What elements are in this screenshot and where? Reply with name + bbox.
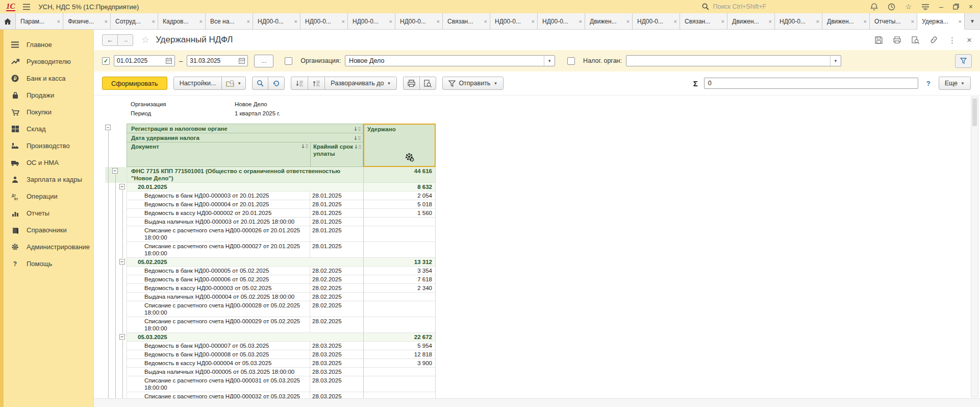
tab-15[interactable]: Движен... ×: [727, 13, 775, 29]
sidebar-item-prodazhi[interactable]: Продажи: [0, 87, 93, 104]
tab-close-icon[interactable]: ×: [105, 18, 108, 25]
tab-close-icon[interactable]: ×: [959, 18, 962, 25]
cell-withheld[interactable]: [363, 218, 436, 226]
cell-deadline[interactable]: 28.01.2025: [310, 242, 363, 258]
report-row[interactable]: Выдача наличных НД00-000003 от 20.01.202…: [105, 218, 436, 226]
cell-withheld[interactable]: 12 818: [363, 350, 436, 359]
tab-16[interactable]: НД00-0... ×: [775, 13, 822, 29]
group-total[interactable]: 13 312: [363, 258, 436, 267]
report-row[interactable]: Ведомость в банк НД00-000005 от 05.02.20…: [105, 267, 436, 275]
cell-deadline[interactable]: 28.02.2025: [310, 317, 363, 333]
tab-close-icon[interactable]: ×: [247, 18, 250, 25]
cell-document[interactable]: Ведомость в банк НД00-000007 от 05.03.20…: [127, 342, 310, 350]
expand-rows-button[interactable]: [308, 77, 325, 90]
report-row[interactable]: Списание с расчетного счета НД00-000027 …: [105, 242, 436, 258]
sidebar-item-zarplata-i-kadry[interactable]: Зарплата и кадры: [0, 171, 93, 188]
header-withhold-date[interactable]: Дата удержания налога: [127, 133, 363, 142]
report-row[interactable]: Ведомость в банк НД00-000008 от 05.03.20…: [105, 350, 436, 359]
cell-withheld[interactable]: 5 018: [363, 200, 436, 209]
tab-12[interactable]: Движен... ×: [585, 13, 633, 29]
forward-button[interactable]: →: [117, 34, 133, 46]
report-row[interactable]: Списание с расчетного счета НД00-000029 …: [105, 317, 436, 333]
cell-deadline[interactable]: 28.03.2025: [310, 376, 363, 392]
report-row[interactable]: Ведомость в банк НД00-000007 от 05.03.20…: [105, 342, 436, 350]
report-group-date-1[interactable]: − 05.02.2025 13 312: [105, 258, 436, 267]
sidebar-item-spravochniki[interactable]: Справочники: [0, 222, 93, 238]
date-from-input[interactable]: 01.01.2025: [114, 55, 175, 66]
tab-1[interactable]: Физиче... ×: [63, 13, 111, 29]
cell-withheld[interactable]: [363, 242, 436, 258]
tab-6[interactable]: НД00-0... ×: [300, 13, 348, 29]
cell-deadline[interactable]: 28.02.2025: [310, 267, 363, 275]
cell-withheld[interactable]: 3 354: [363, 267, 436, 275]
report-row[interactable]: Ведомость в кассу НД00-000002 от 20.01.2…: [105, 209, 436, 218]
settings-button[interactable]: Настройки...: [173, 77, 222, 90]
history-icon[interactable]: [888, 3, 895, 11]
report-group-date-0[interactable]: − 20.01.2025 8 632: [105, 183, 436, 191]
print-preview-button[interactable]: [419, 77, 436, 90]
tab-14[interactable]: Связан... ×: [680, 13, 727, 29]
sort-icon[interactable]: [354, 136, 361, 141]
print-icon[interactable]: [893, 36, 901, 43]
sidebar-item-administrirovanie[interactable]: Администрирование: [0, 238, 93, 255]
cell-document[interactable]: Ведомость в банк НД00-000005 от 05.02.20…: [127, 267, 310, 275]
cell-document[interactable]: Списание с расчетного счета НД00-000027 …: [127, 242, 310, 258]
report-row[interactable]: Ведомость в банк НД00-000004 от 20.01.20…: [105, 200, 436, 209]
cell-document[interactable]: Списание с расчетного счета НД00-000026 …: [127, 226, 310, 242]
cell-deadline[interactable]: 28.03.2025: [310, 368, 363, 376]
report-row[interactable]: Выдача наличных НД00-000005 от 05.03.202…: [105, 368, 436, 376]
report-row[interactable]: Списание с расчетного счета НД00-000031 …: [105, 376, 436, 392]
main-menu-icon[interactable]: [22, 4, 31, 10]
bell-icon[interactable]: [870, 3, 878, 11]
tab-close-icon[interactable]: ×: [721, 18, 724, 25]
calendar-icon[interactable]: [166, 58, 172, 64]
close-icon[interactable]: ×: [969, 3, 973, 10]
tab-18[interactable]: Отчеты... ×: [870, 13, 917, 29]
sidebar-item-glavnoe[interactable]: Главное: [0, 36, 93, 53]
home-tab[interactable]: [0, 13, 16, 29]
organization-checkbox[interactable]: [285, 57, 292, 65]
sort-icon[interactable]: [355, 145, 362, 150]
collapse-group-toggle[interactable]: −: [105, 125, 111, 130]
close-form-icon[interactable]: ×: [967, 36, 972, 44]
tab-close-icon[interactable]: ×: [911, 18, 914, 25]
tax-authority-combo[interactable]: ▼: [626, 55, 841, 66]
date-to-input[interactable]: 31.03.2025: [187, 55, 248, 66]
report-group-fns[interactable]: − ФНС 7715 КПП 771501001 (Общество с огр…: [105, 167, 436, 183]
header-registration[interactable]: Регистрация в налоговом органе: [127, 124, 363, 133]
cell-document[interactable]: Выдача наличных НД00-000004 от 05.02.202…: [127, 293, 310, 301]
sort-icon[interactable]: [354, 127, 361, 132]
cell-withheld[interactable]: [363, 226, 436, 242]
cell-document[interactable]: Выдача наличных НД00-000005 от 05.03.202…: [127, 368, 310, 376]
organization-combo[interactable]: Новое Дело ▼: [345, 55, 555, 66]
tabs-overflow-button[interactable]: ▼: [965, 13, 980, 29]
sidebar-item-pokupki[interactable]: Покупки: [0, 104, 93, 121]
vertical-scrollbar[interactable]: [971, 97, 978, 397]
cell-withheld[interactable]: [363, 293, 436, 301]
collapse-rows-button[interactable]: [291, 77, 308, 90]
save-icon[interactable]: [875, 36, 883, 44]
cell-deadline[interactable]: 28.03.2025: [310, 359, 363, 368]
period-checkbox[interactable]: ✓: [102, 57, 110, 65]
report-group-date-2[interactable]: − 05.03.2025 22 672: [105, 333, 436, 342]
cell-withheld[interactable]: [363, 368, 436, 376]
tab-3[interactable]: Кадров... ×: [158, 13, 206, 29]
report-row[interactable]: Списание с расчетного счета НД00-000028 …: [105, 301, 436, 317]
sidebar-item-operacii[interactable]: ДтКт Операции: [0, 188, 93, 205]
sidebar-item-otchety[interactable]: Отчеты: [0, 205, 93, 222]
back-button[interactable]: ←: [102, 34, 118, 46]
cell-deadline[interactable]: 28.01.2025: [310, 191, 363, 200]
cell-withheld[interactable]: [363, 301, 436, 317]
expand-to-button[interactable]: Разворачивать до ▼: [324, 77, 397, 90]
tab-9[interactable]: Связан... ×: [443, 13, 490, 29]
collapse-group-toggle[interactable]: −: [119, 259, 125, 265]
search-next-button[interactable]: [268, 77, 285, 90]
cell-withheld[interactable]: 5 954: [363, 342, 436, 350]
sidebar-item-proizvodstvo[interactable]: Производство: [0, 137, 93, 154]
cell-withheld[interactable]: 1 560: [363, 209, 436, 218]
tab-17[interactable]: Движен... ×: [822, 13, 870, 29]
cell-deadline[interactable]: 28.01.2025: [310, 209, 363, 218]
link-icon[interactable]: [930, 36, 938, 43]
group-total[interactable]: 44 616: [363, 167, 436, 183]
cell-withheld[interactable]: 2 340: [363, 284, 436, 293]
